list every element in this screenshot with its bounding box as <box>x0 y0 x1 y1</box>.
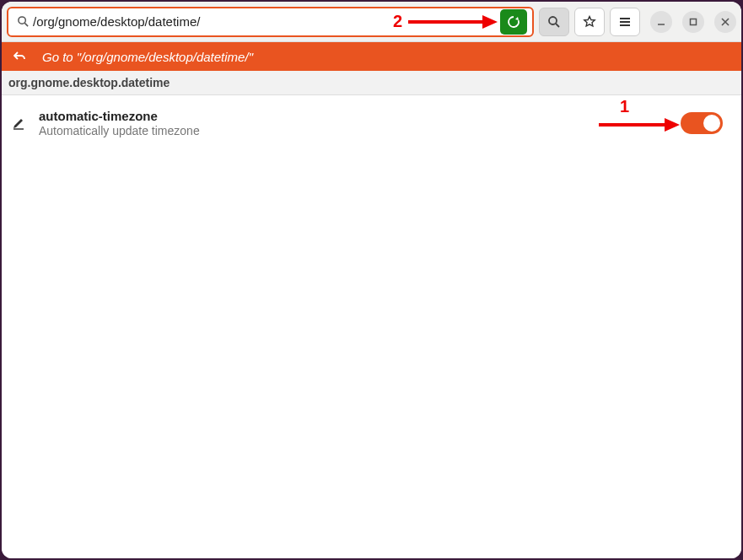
svg-line-3 <box>556 24 559 27</box>
minimize-icon <box>656 17 666 27</box>
svg-line-1 <box>24 23 28 26</box>
schema-header: org.gnome.desktop.datetime <box>2 71 741 95</box>
search-input[interactable] <box>33 14 497 29</box>
close-button[interactable] <box>714 11 736 33</box>
toggle-automatic-timezone[interactable] <box>681 112 723 134</box>
maximize-icon <box>688 17 698 27</box>
settings-list: automatic-timezone Automatically update … <box>2 95 741 558</box>
setting-text: automatic-timezone Automatically update … <box>39 109 670 137</box>
app-window: Go to "/org/gnome/desktop/datetime/" org… <box>2 2 741 558</box>
search-container[interactable] <box>7 7 534 37</box>
go-to-text: Go to "/org/gnome/desktop/datetime/" <box>42 50 253 64</box>
toggle-knob <box>703 115 720 132</box>
star-icon <box>583 15 596 29</box>
search-icon <box>547 15 561 29</box>
setting-row-automatic-timezone[interactable]: automatic-timezone Automatically update … <box>2 95 741 146</box>
setting-name: automatic-timezone <box>39 109 670 123</box>
edit-icon <box>10 116 29 131</box>
titlebar <box>2 2 741 42</box>
minimize-button[interactable] <box>650 11 672 33</box>
close-icon <box>720 17 730 27</box>
hamburger-icon <box>618 15 632 29</box>
reload-button[interactable] <box>500 9 527 35</box>
bookmark-button[interactable] <box>574 8 605 36</box>
go-to-bar[interactable]: Go to "/org/gnome/desktop/datetime/" <box>2 42 741 71</box>
svg-point-0 <box>19 17 25 24</box>
maximize-button[interactable] <box>682 11 704 33</box>
svg-rect-8 <box>691 19 697 24</box>
reload-icon <box>507 15 520 29</box>
setting-description: Automatically update timezone <box>39 124 670 137</box>
search-icon <box>13 15 33 28</box>
undo-icon <box>13 50 27 64</box>
menu-button[interactable] <box>610 8 640 36</box>
find-button[interactable] <box>539 8 569 36</box>
svg-point-2 <box>549 17 557 24</box>
